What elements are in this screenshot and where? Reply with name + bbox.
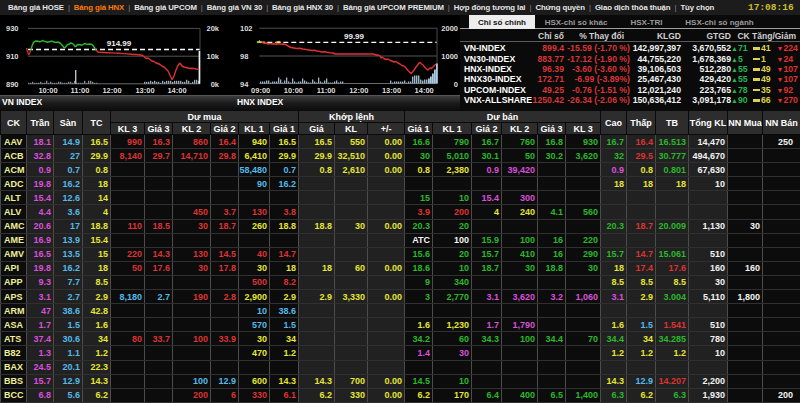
svg-text:10k: 10k [206, 52, 219, 61]
svg-text:13:00: 13:00 [382, 86, 401, 95]
svg-text:10:00: 10:00 [38, 86, 57, 95]
svg-text:99.99: 99.99 [344, 32, 365, 41]
svg-text:2000: 2000 [441, 24, 458, 33]
svg-text:10:00: 10:00 [284, 86, 303, 95]
svg-text:14:00: 14:00 [415, 86, 434, 95]
svg-text:20k: 20k [206, 24, 219, 33]
svg-text:102: 102 [240, 24, 253, 33]
svg-text:12:00: 12:00 [349, 86, 368, 95]
svg-text:13:00: 13:00 [135, 86, 154, 95]
svg-text:914.99: 914.99 [107, 39, 132, 48]
svg-text:930: 930 [6, 24, 19, 33]
svg-text:09:00: 09:00 [251, 86, 270, 95]
svg-text:0: 0 [454, 80, 458, 89]
svg-text:0k: 0k [211, 80, 220, 89]
svg-text:1000: 1000 [441, 52, 458, 61]
svg-text:94: 94 [240, 80, 249, 89]
svg-text:98: 98 [240, 52, 248, 61]
svg-text:14:00: 14:00 [167, 86, 186, 95]
svg-text:11:00: 11:00 [317, 86, 336, 95]
svg-text:12:00: 12:00 [102, 86, 121, 95]
svg-text:910: 910 [6, 52, 19, 61]
svg-text:890: 890 [6, 80, 19, 89]
svg-text:11:00: 11:00 [71, 86, 90, 95]
